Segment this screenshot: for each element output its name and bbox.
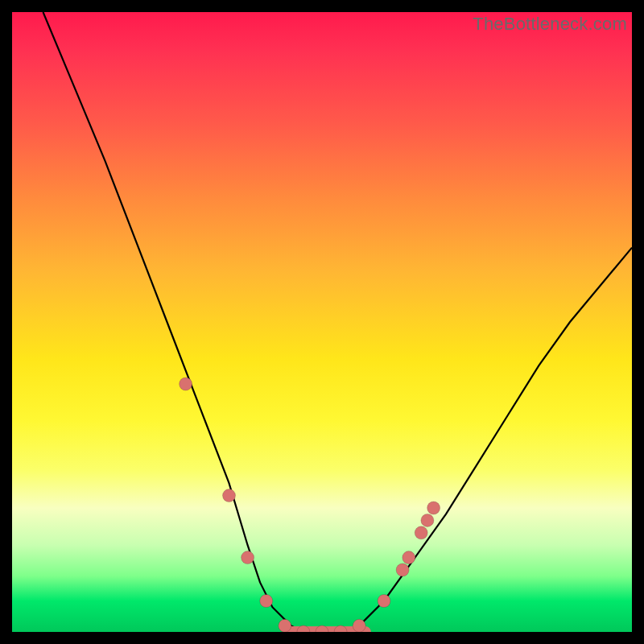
- chart-svg: [12, 12, 632, 632]
- highlight-dot: [279, 619, 291, 632]
- highlight-dot: [396, 564, 409, 576]
- highlight-dot: [223, 489, 236, 502]
- chart-area: TheBottleneck.com: [12, 12, 632, 632]
- highlight-dot: [421, 514, 434, 526]
- highlight-dot: [378, 595, 390, 608]
- highlight-dot: [402, 551, 415, 564]
- highlight-dot: [242, 551, 254, 564]
- highlight-dot: [415, 526, 427, 539]
- bottleneck-curve: [43, 12, 633, 632]
- highlight-dot: [260, 595, 273, 608]
- highlight-dots: [180, 378, 440, 632]
- highlight-dot: [353, 619, 365, 632]
- highlight-dot: [180, 378, 192, 390]
- highlight-dot: [427, 502, 440, 514]
